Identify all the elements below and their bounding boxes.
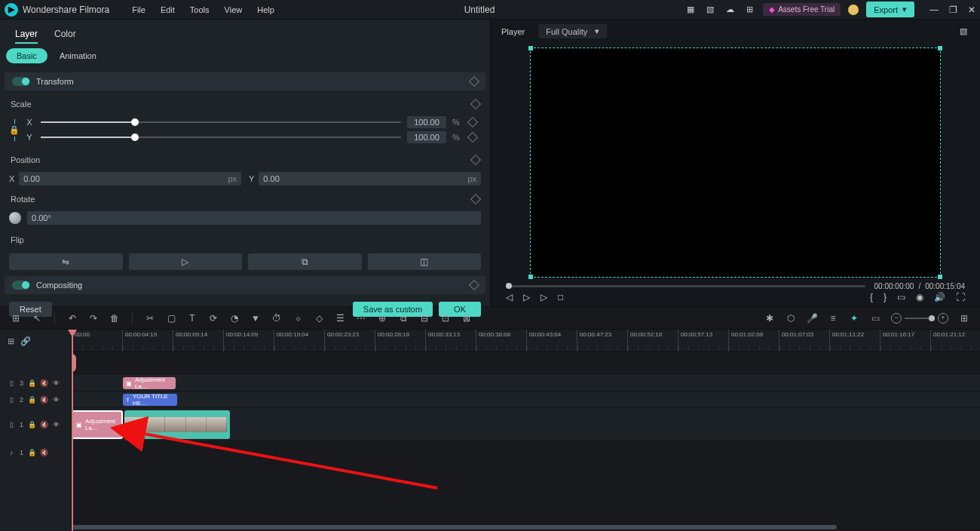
- mute-icon[interactable]: 🔇: [40, 396, 47, 404]
- more5-icon[interactable]: ⊡: [440, 313, 451, 324]
- color-icon[interactable]: ◔: [229, 313, 240, 324]
- play-button[interactable]: ▷: [523, 292, 530, 302]
- track-header-v2[interactable]: ▯2 🔒 🔇 👁: [0, 391, 71, 408]
- detect-icon[interactable]: ⟐: [292, 313, 303, 324]
- tab-layer[interactable]: Layer: [15, 29, 38, 39]
- menu-help[interactable]: Help: [257, 5, 274, 14]
- playhead[interactable]: [72, 330, 73, 531]
- mute-icon[interactable]: 🔇: [40, 379, 47, 387]
- lock-icon[interactable]: 🔒: [28, 379, 35, 387]
- zoom-control[interactable]: − +: [891, 313, 948, 324]
- keyframe-icon[interactable]: [470, 155, 481, 165]
- keyframe-icon[interactable]: [470, 194, 481, 204]
- mute-icon[interactable]: 🔇: [40, 421, 47, 428]
- camera-icon[interactable]: ◉: [916, 292, 923, 302]
- menu-edit[interactable]: Edit: [161, 5, 175, 14]
- mute-icon[interactable]: 🔇: [40, 449, 47, 456]
- scale-x-slider[interactable]: [41, 121, 401, 123]
- keyframe-icon[interactable]: [469, 280, 479, 290]
- player-scrubber[interactable]: [506, 285, 865, 287]
- cut-icon[interactable]: ✂: [145, 313, 155, 324]
- lock-icon[interactable]: 🔒: [28, 449, 35, 456]
- lock-icon[interactable]: 🔒: [28, 396, 35, 404]
- assets-trial-button[interactable]: ◆ Assets Free Trial: [763, 3, 841, 16]
- cloud-icon[interactable]: ☁: [724, 4, 736, 16]
- snap-icon[interactable]: ✦: [849, 313, 859, 324]
- add-track-icon[interactable]: ⊞: [8, 336, 14, 346]
- more1-icon[interactable]: ⋯: [356, 313, 366, 324]
- list-icon[interactable]: ≡: [828, 313, 838, 324]
- volume-icon[interactable]: 🔊: [934, 292, 945, 302]
- flip-fold-button[interactable]: ◫: [368, 253, 482, 270]
- speed-icon[interactable]: ⏱: [271, 313, 282, 324]
- more3-icon[interactable]: ⧉: [398, 313, 409, 324]
- track-v1[interactable]: ▣ Adjustment La…: [72, 408, 980, 441]
- mark-out-icon[interactable]: }: [884, 292, 887, 302]
- track-a1[interactable]: [72, 441, 980, 464]
- track-v2[interactable]: T YOUR TITLE HE…: [72, 391, 980, 408]
- tab-color[interactable]: Color: [54, 29, 76, 39]
- prev-frame-button[interactable]: ◁: [506, 292, 513, 302]
- mark-in-icon[interactable]: {: [870, 292, 873, 302]
- transform-toggle[interactable]: [12, 77, 30, 86]
- subtab-basic[interactable]: Basic: [6, 48, 47, 63]
- link-icon[interactable]: 🔒: [9, 125, 20, 135]
- subtab-animation[interactable]: Animation: [49, 48, 107, 63]
- more6-icon[interactable]: ⊠: [461, 313, 472, 324]
- track-header-v3[interactable]: ▯3 🔒 🔇 👁: [0, 375, 71, 391]
- eye-icon[interactable]: 👁: [52, 396, 60, 404]
- text-icon[interactable]: T: [187, 313, 198, 324]
- select-tool-icon[interactable]: ⊞: [11, 313, 21, 324]
- clip-video[interactable]: [124, 410, 230, 439]
- menu-tools[interactable]: Tools: [190, 5, 210, 14]
- keyframe-icon[interactable]: [467, 132, 478, 143]
- menu-file[interactable]: File: [132, 5, 145, 14]
- flip-both[interactable]: ⧉: [248, 253, 362, 270]
- keyframe-icon[interactable]: [469, 76, 479, 87]
- rotate-input[interactable]: 0.00°: [27, 211, 481, 225]
- keyframe-icon[interactable]: [470, 99, 481, 109]
- arrow-tool-icon[interactable]: ↖: [32, 313, 42, 324]
- frame-icon[interactable]: ▭: [870, 313, 880, 324]
- shield-icon[interactable]: ⬡: [786, 313, 796, 324]
- marker-icon[interactable]: ▼: [250, 313, 261, 324]
- track-header-a1[interactable]: ♪1 🔒 🔇: [0, 441, 71, 464]
- eye-icon[interactable]: 👁: [52, 421, 60, 428]
- maximize-button[interactable]: ❐: [949, 5, 957, 15]
- compositing-toggle[interactable]: [12, 281, 30, 290]
- refresh-icon[interactable]: ⟳: [208, 313, 219, 324]
- clip-adjustment-layer-selected[interactable]: ▣ Adjustment La…: [72, 410, 123, 439]
- close-button[interactable]: ✕: [968, 5, 975, 15]
- auto-icon[interactable]: ✱: [764, 313, 775, 324]
- keyframe-tool-icon[interactable]: ◇: [314, 313, 324, 324]
- mixer-icon[interactable]: ☰: [335, 313, 345, 324]
- track-header-v1[interactable]: ▯1 🔒 🔇 👁: [0, 408, 71, 441]
- link-track-icon[interactable]: 🔗: [20, 336, 31, 346]
- coin-icon[interactable]: [848, 5, 859, 15]
- minimize-button[interactable]: —: [929, 5, 939, 15]
- flip-horizontal-button[interactable]: ⇋: [9, 253, 123, 270]
- timeline-h-scrollbar[interactable]: [72, 525, 837, 529]
- scale-x-value[interactable]: 100.00: [407, 116, 446, 128]
- zoom-in-icon[interactable]: +: [938, 313, 948, 324]
- keyframe-icon[interactable]: [467, 117, 478, 127]
- eye-icon[interactable]: 👁: [52, 379, 60, 387]
- display-icon[interactable]: ▭: [897, 292, 905, 302]
- export-button[interactable]: Export ▾: [866, 2, 914, 17]
- undo-icon[interactable]: ↶: [67, 313, 78, 324]
- crop-icon[interactable]: ▢: [166, 313, 176, 324]
- stop-button[interactable]: □: [558, 292, 563, 302]
- flip-vertical-button[interactable]: ▷: [129, 253, 243, 270]
- zoom-out-icon[interactable]: −: [891, 313, 902, 324]
- scale-y-value[interactable]: 100.00: [407, 131, 446, 143]
- redo-icon[interactable]: ↷: [88, 313, 99, 324]
- quality-select[interactable]: Full Quality▾: [538, 24, 607, 38]
- timeline-ruler[interactable]: 00:0000:00:04:1900:00:09:1400:00:14:0900…: [72, 330, 980, 352]
- track-v3[interactable]: ▣ Adjustment La…: [72, 375, 980, 391]
- clip-adjustment-layer[interactable]: ▣ Adjustment La…: [123, 377, 176, 389]
- rotate-dial[interactable]: [9, 212, 21, 224]
- transform-section-header[interactable]: Transform: [5, 72, 485, 91]
- delete-icon[interactable]: 🗑: [109, 313, 120, 324]
- position-y-input[interactable]: 0.00px: [259, 172, 481, 186]
- mic-icon[interactable]: 🎤: [807, 313, 817, 324]
